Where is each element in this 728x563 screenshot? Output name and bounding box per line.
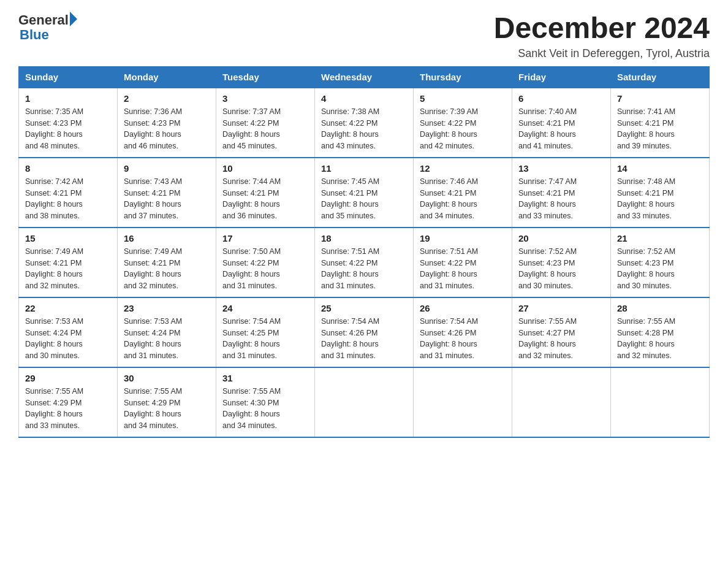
day-info: Sunrise: 7:49 AMSunset: 4:21 PMDaylight:…	[124, 246, 210, 292]
day-number: 24	[222, 303, 308, 313]
calendar-cell: 29Sunrise: 7:55 AMSunset: 4:29 PMDayligh…	[19, 367, 118, 437]
day-info: Sunrise: 7:35 AMSunset: 4:23 PMDaylight:…	[25, 106, 111, 152]
calendar-week-row: 8Sunrise: 7:42 AMSunset: 4:21 PMDaylight…	[19, 158, 710, 228]
day-number: 20	[518, 233, 604, 243]
calendar-cell: 9Sunrise: 7:43 AMSunset: 4:21 PMDaylight…	[118, 158, 216, 228]
calendar-cell: 27Sunrise: 7:55 AMSunset: 4:27 PMDayligh…	[512, 297, 611, 367]
calendar-cell: 30Sunrise: 7:55 AMSunset: 4:29 PMDayligh…	[118, 367, 216, 437]
calendar-cell: 1Sunrise: 7:35 AMSunset: 4:23 PMDaylight…	[19, 88, 118, 158]
calendar-cell: 17Sunrise: 7:50 AMSunset: 4:22 PMDayligh…	[216, 228, 315, 297]
title-section: December 2024 Sankt Veit in Defereggen, …	[494, 12, 710, 60]
day-info: Sunrise: 7:55 AMSunset: 4:29 PMDaylight:…	[25, 386, 111, 432]
logo-triangle-icon	[70, 12, 77, 26]
day-number: 12	[420, 163, 506, 174]
day-info: Sunrise: 7:49 AMSunset: 4:21 PMDaylight:…	[25, 246, 111, 292]
calendar-cell: 19Sunrise: 7:51 AMSunset: 4:22 PMDayligh…	[414, 228, 512, 297]
day-info: Sunrise: 7:48 AMSunset: 4:21 PMDaylight:…	[617, 176, 703, 222]
day-number: 15	[25, 233, 111, 243]
day-number: 10	[222, 163, 308, 174]
calendar-cell: 22Sunrise: 7:53 AMSunset: 4:24 PMDayligh…	[19, 297, 118, 367]
day-number: 3	[222, 93, 308, 104]
day-info: Sunrise: 7:37 AMSunset: 4:22 PMDaylight:…	[222, 106, 308, 152]
day-number: 11	[321, 163, 407, 174]
day-info: Sunrise: 7:38 AMSunset: 4:22 PMDaylight:…	[321, 106, 407, 152]
calendar-header-thursday: Thursday	[414, 66, 512, 88]
calendar-week-row: 22Sunrise: 7:53 AMSunset: 4:24 PMDayligh…	[19, 297, 710, 367]
logo-blue-text: Blue	[20, 27, 49, 43]
calendar-cell: 13Sunrise: 7:47 AMSunset: 4:21 PMDayligh…	[512, 158, 611, 228]
calendar-cell: 15Sunrise: 7:49 AMSunset: 4:21 PMDayligh…	[19, 228, 118, 297]
calendar-cell: 16Sunrise: 7:49 AMSunset: 4:21 PMDayligh…	[118, 228, 216, 297]
calendar-cell: 25Sunrise: 7:54 AMSunset: 4:26 PMDayligh…	[315, 297, 414, 367]
calendar-cell: 12Sunrise: 7:46 AMSunset: 4:21 PMDayligh…	[414, 158, 512, 228]
day-number: 23	[124, 303, 210, 313]
calendar-cell: 31Sunrise: 7:55 AMSunset: 4:30 PMDayligh…	[216, 367, 315, 437]
calendar-week-row: 15Sunrise: 7:49 AMSunset: 4:21 PMDayligh…	[19, 228, 710, 297]
day-info: Sunrise: 7:55 AMSunset: 4:28 PMDaylight:…	[617, 316, 703, 362]
month-title: December 2024	[494, 12, 710, 45]
day-number: 14	[617, 163, 703, 174]
page-header: General Blue December 2024 Sankt Veit in…	[18, 12, 710, 60]
calendar-cell: 28Sunrise: 7:55 AMSunset: 4:28 PMDayligh…	[611, 297, 710, 367]
day-info: Sunrise: 7:53 AMSunset: 4:24 PMDaylight:…	[25, 316, 111, 362]
day-number: 25	[321, 303, 407, 313]
day-info: Sunrise: 7:52 AMSunset: 4:23 PMDaylight:…	[518, 246, 604, 292]
day-info: Sunrise: 7:52 AMSunset: 4:23 PMDaylight:…	[617, 246, 703, 292]
day-info: Sunrise: 7:45 AMSunset: 4:21 PMDaylight:…	[321, 176, 407, 222]
day-info: Sunrise: 7:42 AMSunset: 4:21 PMDaylight:…	[25, 176, 111, 222]
calendar-cell: 20Sunrise: 7:52 AMSunset: 4:23 PMDayligh…	[512, 228, 611, 297]
calendar-cell: 3Sunrise: 7:37 AMSunset: 4:22 PMDaylight…	[216, 88, 315, 158]
day-number: 5	[420, 93, 506, 104]
calendar-cell: 11Sunrise: 7:45 AMSunset: 4:21 PMDayligh…	[315, 158, 414, 228]
calendar-cell: 23Sunrise: 7:53 AMSunset: 4:24 PMDayligh…	[118, 297, 216, 367]
day-info: Sunrise: 7:39 AMSunset: 4:22 PMDaylight:…	[420, 106, 506, 152]
calendar-cell: 2Sunrise: 7:36 AMSunset: 4:23 PMDaylight…	[118, 88, 216, 158]
day-info: Sunrise: 7:53 AMSunset: 4:24 PMDaylight:…	[124, 316, 210, 362]
calendar-cell: 8Sunrise: 7:42 AMSunset: 4:21 PMDaylight…	[19, 158, 118, 228]
calendar-header-monday: Monday	[118, 66, 216, 88]
day-info: Sunrise: 7:41 AMSunset: 4:21 PMDaylight:…	[617, 106, 703, 152]
calendar-header-sunday: Sunday	[19, 66, 118, 88]
day-number: 7	[617, 93, 703, 104]
day-info: Sunrise: 7:54 AMSunset: 4:26 PMDaylight:…	[420, 316, 506, 362]
calendar-cell: 21Sunrise: 7:52 AMSunset: 4:23 PMDayligh…	[611, 228, 710, 297]
location-title: Sankt Veit in Defereggen, Tyrol, Austria	[494, 47, 710, 60]
calendar-cell: 7Sunrise: 7:41 AMSunset: 4:21 PMDaylight…	[611, 88, 710, 158]
logo-general-text: General	[18, 12, 69, 28]
day-info: Sunrise: 7:55 AMSunset: 4:30 PMDaylight:…	[222, 386, 308, 432]
day-number: 2	[124, 93, 210, 104]
day-info: Sunrise: 7:43 AMSunset: 4:21 PMDaylight:…	[124, 176, 210, 222]
calendar-cell	[315, 367, 414, 437]
calendar-cell: 10Sunrise: 7:44 AMSunset: 4:21 PMDayligh…	[216, 158, 315, 228]
day-number: 6	[518, 93, 604, 104]
calendar-cell: 6Sunrise: 7:40 AMSunset: 4:21 PMDaylight…	[512, 88, 611, 158]
day-number: 27	[518, 303, 604, 313]
day-info: Sunrise: 7:47 AMSunset: 4:21 PMDaylight:…	[518, 176, 604, 222]
day-info: Sunrise: 7:51 AMSunset: 4:22 PMDaylight:…	[321, 246, 407, 292]
day-info: Sunrise: 7:55 AMSunset: 4:27 PMDaylight:…	[518, 316, 604, 362]
calendar-table: SundayMondayTuesdayWednesdayThursdayFrid…	[18, 66, 710, 438]
day-number: 13	[518, 163, 604, 174]
calendar-cell: 24Sunrise: 7:54 AMSunset: 4:25 PMDayligh…	[216, 297, 315, 367]
calendar-header-wednesday: Wednesday	[315, 66, 414, 88]
calendar-cell: 26Sunrise: 7:54 AMSunset: 4:26 PMDayligh…	[414, 297, 512, 367]
logo: General Blue	[18, 12, 77, 43]
calendar-cell	[512, 367, 611, 437]
day-number: 17	[222, 233, 308, 243]
calendar-header-friday: Friday	[512, 66, 611, 88]
day-info: Sunrise: 7:55 AMSunset: 4:29 PMDaylight:…	[124, 386, 210, 432]
calendar-header-tuesday: Tuesday	[216, 66, 315, 88]
day-number: 19	[420, 233, 506, 243]
calendar-cell	[611, 367, 710, 437]
day-number: 28	[617, 303, 703, 313]
day-number: 16	[124, 233, 210, 243]
day-number: 8	[25, 163, 111, 174]
day-info: Sunrise: 7:44 AMSunset: 4:21 PMDaylight:…	[222, 176, 308, 222]
calendar-week-row: 29Sunrise: 7:55 AMSunset: 4:29 PMDayligh…	[19, 367, 710, 437]
day-info: Sunrise: 7:46 AMSunset: 4:21 PMDaylight:…	[420, 176, 506, 222]
day-number: 18	[321, 233, 407, 243]
day-number: 29	[25, 373, 111, 383]
day-number: 9	[124, 163, 210, 174]
calendar-cell: 5Sunrise: 7:39 AMSunset: 4:22 PMDaylight…	[414, 88, 512, 158]
day-number: 31	[222, 373, 308, 383]
